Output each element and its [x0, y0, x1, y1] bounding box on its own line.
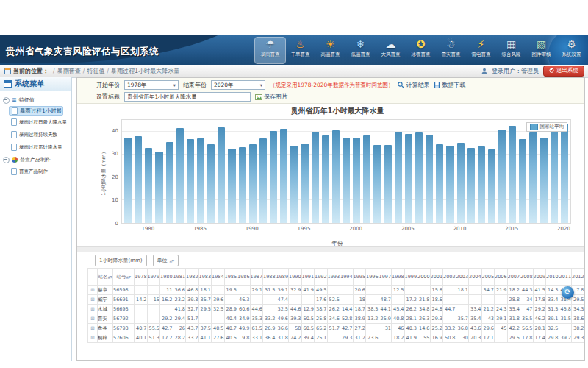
year-column-header[interactable]: 2010 — [546, 269, 559, 286]
toolbar-button-lightning[interactable]: ⚡雷电普查 — [466, 38, 496, 63]
y-axis-tick-label: 0 — [115, 221, 118, 227]
value-cell: 44.3 — [520, 286, 534, 295]
menu-group[interactable]: ≣特征值 — [0, 94, 71, 105]
year-column-header[interactable]: 2002 — [443, 269, 456, 286]
year-column-header[interactable]: 2004 — [469, 269, 482, 286]
menu-group[interactable]: 普查产品制作 — [0, 154, 71, 165]
refresh-icon[interactable]: ⟳ — [562, 286, 574, 299]
x-axis-tick-label — [362, 226, 372, 234]
year-column-header[interactable]: 1987 — [250, 269, 263, 286]
value-cell: 25.8 — [315, 314, 328, 324]
main-panel: 开始年份 1978年 ▾ 结束年份 2020年 ▾ （规定采用1978-2020… — [76, 77, 585, 361]
save-image-link[interactable]: 保存图片 — [255, 93, 287, 101]
year-column-header[interactable]: 1985 — [224, 269, 237, 286]
year-column-header[interactable]: 1997 — [379, 269, 392, 286]
year-column-header[interactable]: 1988 — [263, 269, 276, 286]
menu-item[interactable]: 暴雨过程累计降水量 — [9, 141, 70, 153]
breadcrumb-separator: / — [53, 68, 55, 74]
value-cell: 34.7 — [481, 286, 495, 295]
row-expand-icon[interactable]: ⊞ — [88, 314, 98, 324]
year-column-header[interactable]: 1983 — [198, 269, 212, 286]
year-column-header[interactable]: 2003 — [456, 269, 469, 286]
year-column-header[interactable]: 2000 — [417, 269, 431, 286]
menu-item[interactable]: 暴雨过程持续天数 — [9, 129, 70, 141]
year-column-header[interactable]: 2008 — [520, 269, 534, 286]
year-column-header[interactable]: 1991 — [301, 269, 315, 286]
year-column-header[interactable]: 1998 — [392, 269, 405, 286]
station-name-header[interactable]: 站名▲▼ — [98, 269, 113, 286]
breadcrumb-item[interactable]: 暴雨过程1小时最大降水量 — [111, 68, 179, 74]
calc-result-link[interactable]: 计算结果 — [398, 81, 429, 89]
toolbar-button-hail[interactable]: ✪冰雹普查 — [406, 38, 436, 63]
year-column-header[interactable]: 1994 — [340, 269, 354, 286]
year-column-header[interactable]: 1992 — [315, 269, 328, 286]
app-title: 贵州省气象灾害风险评估与区划系统 — [6, 46, 159, 58]
bar-2002 — [373, 145, 381, 223]
collapse-toggle-icon[interactable] — [3, 157, 10, 163]
logout-button[interactable]: 退出系统 — [543, 66, 584, 77]
row-expand-icon[interactable]: ⊞ — [88, 324, 98, 333]
row-expand-icon[interactable]: ⊞ — [88, 333, 98, 343]
unit-filter-chip[interactable]: 单位 ▲▼ — [153, 255, 179, 266]
year-column-header[interactable]: 1980 — [160, 269, 173, 286]
year-column-header[interactable]: 2012 — [572, 269, 585, 286]
year-column-header[interactable]: 2001 — [430, 269, 443, 286]
row-expand-icon[interactable]: ⊞ — [88, 286, 98, 295]
toolbar-button-drought[interactable]: ♨干旱普查 — [285, 38, 315, 63]
table-row: ⊞盘县5679340.755.542.72643.737.540.540.749… — [88, 324, 585, 333]
legend-swatch — [530, 124, 538, 130]
chart-title-input[interactable] — [124, 92, 251, 102]
year-column-header[interactable]: 2005 — [481, 269, 495, 286]
variable-filter-chip[interactable]: 1小时降水量(mm) — [95, 255, 147, 266]
breadcrumb-item[interactable]: 特征值 — [87, 68, 104, 74]
year-column-header[interactable]: 1979 — [147, 269, 160, 286]
year-column-header[interactable]: 2006 — [495, 269, 508, 286]
toolbar-button-wind[interactable]: ☁大风普查 — [376, 38, 406, 63]
value-cell — [379, 286, 392, 295]
toolbar-button-map-audit[interactable]: ▧图件审核 — [526, 38, 556, 63]
chart-legend[interactable]: 国家站平均 — [526, 122, 568, 132]
year-column-header[interactable]: 1978 — [135, 269, 148, 286]
toolbar-button-snow[interactable]: ☃雪灾普查 — [436, 38, 466, 63]
toolbar-button-low-temp[interactable]: ❄低温普查 — [345, 38, 376, 63]
value-cell: 42.7 — [160, 324, 173, 333]
year-column-header[interactable]: 1999 — [404, 269, 417, 286]
x-axis-tick-label — [154, 226, 164, 234]
variable-filter-label: 1小时降水量(mm) — [99, 257, 143, 264]
menu-item[interactable]: 暴雨过程1小时最大降水量 — [9, 106, 63, 116]
x-axis-tick-label: 2020 — [557, 226, 570, 234]
year-column-header[interactable]: 1984 — [212, 269, 225, 286]
collapse-toggle-icon[interactable] — [3, 97, 10, 104]
year-column-header[interactable]: 2007 — [507, 269, 520, 286]
year-column-header[interactable]: 1989 — [276, 269, 289, 286]
x-axis-tick-label — [259, 226, 268, 234]
year-column-header[interactable]: 1986 — [237, 269, 251, 286]
value-cell: 38.5 — [366, 305, 379, 314]
year-column-header[interactable]: 1982 — [186, 269, 199, 286]
year-column-header[interactable]: 1996 — [366, 269, 379, 286]
year-column-header[interactable]: 1981 — [173, 269, 186, 286]
year-column-header[interactable]: 2009 — [533, 269, 546, 286]
year-column-header[interactable]: 1995 — [353, 269, 366, 286]
value-cell: 33.2 — [186, 333, 199, 343]
toolbar-button-rainstorm[interactable]: ☂暴雨普查 — [255, 38, 285, 63]
value-cell: 41.5 — [533, 286, 546, 295]
menu-item[interactable]: 普查产品制作 — [9, 166, 70, 177]
menu-item[interactable]: 暴雨过程日最大降水量 — [9, 116, 70, 128]
toolbar-button-high-temp[interactable]: ☀高温普查 — [315, 38, 345, 63]
toolbar-button-settings[interactable]: ⚙系统设置 — [556, 38, 587, 63]
station-table-container[interactable]: 站名▲▼站号▲▼19781979198019811982198319841985… — [87, 268, 584, 361]
station-id-header[interactable]: 站号▲▼ — [113, 269, 135, 286]
breadcrumb-item[interactable]: 暴雨普查 — [57, 68, 81, 74]
year-column-header[interactable]: 1990 — [289, 269, 302, 286]
year-column-header[interactable]: 2011 — [559, 269, 572, 286]
row-expand-icon[interactable]: ⊞ — [88, 295, 98, 305]
row-expand-icon[interactable]: ⊞ — [88, 305, 98, 314]
value-cell: 35.4 — [507, 305, 520, 314]
data-download-link[interactable]: 数据下载 — [434, 81, 465, 89]
year-column-header[interactable]: 1993 — [327, 269, 340, 286]
toolbar-button-composite-risk[interactable]: ▦综合风险 — [496, 38, 526, 63]
value-cell: 17.6 — [315, 295, 328, 305]
end-year-select[interactable]: 2020年 ▾ — [211, 80, 265, 90]
start-year-select[interactable]: 1978年 ▾ — [124, 80, 179, 90]
